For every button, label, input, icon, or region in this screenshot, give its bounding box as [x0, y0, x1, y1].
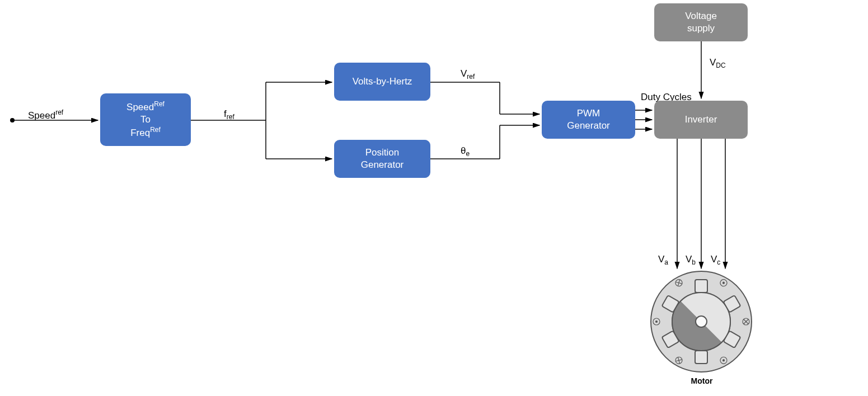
svg-point-35 — [722, 359, 725, 361]
svg-point-40 — [656, 321, 658, 323]
v-b-label: Vb — [686, 254, 696, 266]
svg-rect-26 — [695, 351, 707, 364]
speed-ref-input-label: Speedref — [28, 109, 63, 121]
pwm-generator-block: PWM Generator — [542, 101, 635, 139]
svg-rect-28 — [662, 295, 679, 313]
motor-icon — [651, 271, 752, 372]
svg-point-36 — [674, 356, 683, 365]
svg-line-42 — [676, 280, 682, 286]
inverter-block: Inverter — [654, 101, 748, 139]
svg-rect-25 — [724, 331, 741, 348]
wiring-svg — [0, 0, 868, 396]
v-dc-label: VDC — [710, 57, 726, 69]
svg-point-30 — [722, 282, 725, 284]
voltage-supply-block: Voltage supply — [654, 3, 748, 41]
svg-rect-27 — [662, 331, 679, 348]
position-generator-block: Position Generator — [334, 140, 430, 178]
motor-label: Motor — [682, 376, 721, 385]
svg-line-32 — [744, 319, 748, 324]
svg-line-37 — [676, 357, 682, 364]
v-a-label: Va — [658, 254, 668, 266]
volts-by-hertz-block: Volts-by-Hertz — [334, 63, 430, 101]
f-ref-label: fref — [224, 109, 234, 121]
svg-point-22 — [696, 316, 707, 327]
svg-rect-24 — [724, 295, 741, 313]
svg-point-0 — [10, 118, 15, 122]
svg-rect-23 — [695, 280, 707, 293]
svg-line-43 — [676, 280, 682, 286]
svg-point-19 — [651, 271, 752, 372]
svg-point-39 — [653, 318, 660, 325]
v-c-label: Vc — [711, 254, 720, 266]
svg-line-38 — [676, 357, 682, 364]
svg-line-33 — [744, 319, 748, 324]
svg-point-29 — [719, 279, 728, 287]
svg-point-41 — [674, 279, 683, 287]
speed-to-freq-block: SpeedRef To FreqRef — [100, 93, 191, 146]
v-ref-label: Vref — [461, 68, 475, 81]
svg-point-21 — [672, 293, 730, 351]
theta-e-label: θe — [461, 145, 470, 158]
svg-point-31 — [743, 318, 749, 325]
svg-point-34 — [719, 356, 728, 365]
svg-point-20 — [672, 293, 730, 351]
